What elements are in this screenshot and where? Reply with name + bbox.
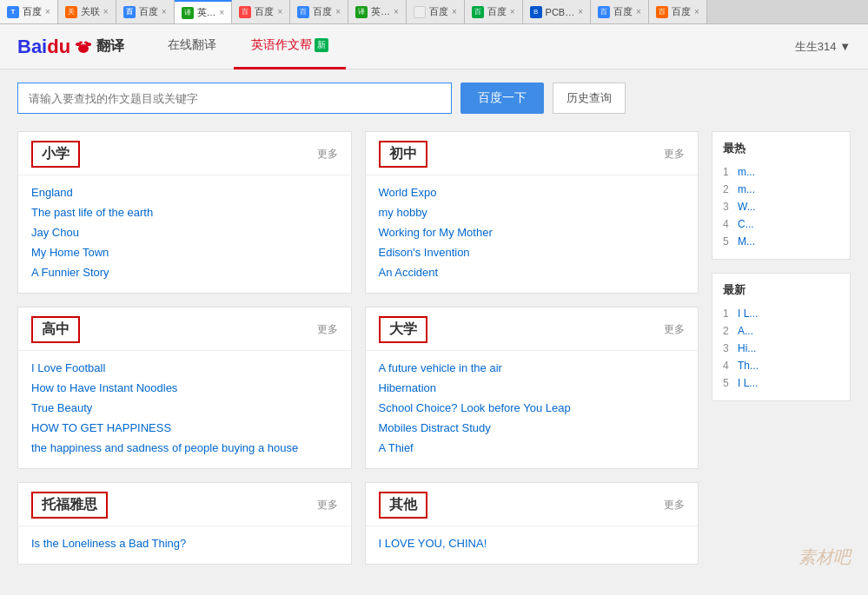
other-more[interactable]: 更多: [664, 498, 685, 512]
elementary-section: 小学 更多 England The past life of the earth…: [17, 131, 352, 307]
tab-9[interactable]: 百 百度 ×: [465, 0, 523, 23]
page-header: Baidu 翻译 在线翻译 英语作文帮 新 生生314 ▼: [0, 24, 868, 69]
tab-2[interactable]: 关 关联 ×: [58, 0, 116, 23]
tab-4[interactable]: 译 英… ×: [175, 0, 233, 23]
sidebar-new-item-1: 1 I L...: [723, 305, 839, 322]
elementary-card: 小学 更多 England The past life of the earth…: [17, 131, 352, 294]
university-header: 大学 更多: [366, 307, 699, 351]
list-item[interactable]: England: [31, 182, 338, 202]
high-header: 高中 更多: [18, 307, 351, 351]
tab-10[interactable]: B PCB… ×: [523, 0, 591, 23]
list-item[interactable]: School Choice? Look before You Leap: [379, 398, 686, 418]
list-item[interactable]: I LOVE YOU, CHINA!: [379, 533, 686, 553]
list-item[interactable]: True Beauty: [31, 398, 338, 418]
other-card: 其他 更多 I LOVE YOU, CHINA!: [365, 482, 699, 565]
list-item[interactable]: My Home Town: [31, 242, 338, 262]
other-links: I LOVE YOU, CHINA!: [366, 526, 699, 564]
search-button[interactable]: 百度一下: [461, 83, 544, 114]
list-item[interactable]: Mobiles Distract Study: [379, 418, 686, 438]
tab-11[interactable]: 百 百度 ×: [591, 0, 649, 23]
tab-7[interactable]: 译 英… ×: [348, 0, 407, 23]
middle-title: 初中: [379, 141, 427, 168]
middle-more[interactable]: 更多: [664, 147, 685, 162]
toefl-title: 托福雅思: [31, 492, 108, 519]
university-card: 大学 更多 A future vehicle in the air Hibern…: [365, 307, 699, 469]
list-item[interactable]: Edison's Invention: [379, 242, 686, 262]
sidebar-new-title: 最新: [723, 282, 839, 298]
toefl-header: 托福雅思 更多: [18, 483, 351, 526]
nav-essay[interactable]: 英语作文帮 新: [234, 24, 346, 69]
list-item[interactable]: A Thief: [379, 438, 686, 458]
middle-card: 初中 更多 World Expo my hobby Working for My…: [365, 131, 699, 294]
elementary-header: 小学 更多: [18, 132, 351, 175]
list-item[interactable]: my hobby: [379, 202, 686, 222]
high-section: 高中 更多 I Love Football How to Have Instan…: [17, 307, 352, 482]
nav-tabs: 在线翻译 英语作文帮 新: [150, 24, 346, 69]
list-item[interactable]: Hibernation: [379, 378, 686, 398]
search-input[interactable]: [17, 83, 452, 114]
toefl-section: 托福雅思 更多 Is the Loneliness a Bad Thing?: [17, 482, 352, 578]
sidebar-hot-title: 最热: [723, 141, 839, 156]
middle-links: World Expo my hobby Working for My Mothe…: [366, 175, 699, 293]
sidebar-new-box: 最新 1 I L... 2 A... 3 Hi... 4 Th...: [712, 273, 851, 401]
search-bar: 百度一下 历史查询: [17, 83, 626, 114]
sidebar-new-item-2: 2 A...: [723, 322, 839, 340]
elementary-title: 小学: [31, 141, 80, 168]
tab-6[interactable]: 百 百度 ×: [290, 0, 348, 23]
browser-tabs: T 百度 × 关 关联 × 百 百度 × 译 英… × 百 百度 × 百 百度 …: [0, 0, 868, 24]
tab-12[interactable]: 百 百度 ×: [649, 0, 707, 23]
list-item[interactable]: Is the Loneliness a Bad Thing?: [31, 533, 338, 553]
elementary-more[interactable]: 更多: [317, 147, 338, 162]
sidebar-hot-item-1: 1 m...: [723, 163, 839, 181]
sidebar-new-item-3: 3 Hi...: [723, 340, 839, 357]
high-more[interactable]: 更多: [317, 322, 338, 337]
list-item[interactable]: HOW TO GET HAPPINESS: [31, 418, 338, 438]
university-title: 大学: [379, 316, 427, 343]
toefl-links: Is the Loneliness a Bad Thing?: [18, 526, 351, 564]
main-columns: 小学 更多 England The past life of the earth…: [17, 131, 699, 578]
user-info[interactable]: 生生314 ▼: [795, 39, 851, 55]
list-item[interactable]: A future vehicle in the air: [379, 358, 686, 378]
list-item[interactable]: World Expo: [379, 182, 686, 202]
toefl-card: 托福雅思 更多 Is the Loneliness a Bad Thing?: [17, 482, 352, 565]
list-item[interactable]: Jay Chou: [31, 222, 338, 242]
list-item[interactable]: the happiness and sadness of people buyi…: [31, 438, 338, 458]
toefl-more[interactable]: 更多: [317, 498, 338, 512]
bottom-row: 高中 更多 I Love Football How to Have Instan…: [17, 307, 699, 482]
sidebar-hot-item-3: 3 W...: [723, 198, 839, 215]
list-item[interactable]: An Accident: [379, 262, 686, 282]
svg-point-4: [84, 41, 88, 43]
main-content: 百度一下 历史查询 小学 更多 England The past life of…: [0, 69, 868, 591]
nav-online[interactable]: 在线翻译: [150, 24, 234, 69]
history-button[interactable]: 历史查询: [553, 83, 626, 114]
logo-paw-icon: [74, 37, 93, 56]
svg-point-3: [79, 41, 83, 43]
logo-fanyi: 翻译: [96, 37, 124, 56]
university-more[interactable]: 更多: [664, 322, 685, 337]
sidebar-hot-item-4: 4 C...: [723, 215, 839, 233]
list-item[interactable]: The past life of the earth: [31, 202, 338, 222]
middle-header: 初中 更多: [366, 132, 699, 175]
other-header: 其他 更多: [366, 483, 699, 526]
logo: Baidu 翻译: [17, 36, 124, 58]
elementary-links: England The past life of the earth Jay C…: [18, 175, 351, 293]
sidebar-hot-item-2: 2 m...: [723, 181, 839, 198]
right-sidebar: 最热 1 m... 2 m... 3 W... 4 C...: [712, 131, 851, 578]
logo-text: Baidu: [17, 36, 70, 58]
tab-8[interactable]: 百度 ×: [407, 0, 465, 23]
sidebar-new-item-4: 4 Th...: [723, 357, 839, 374]
list-item[interactable]: Working for My Mother: [379, 222, 686, 242]
bottom-row2: 托福雅思 更多 Is the Loneliness a Bad Thing? 其…: [17, 482, 699, 578]
list-item[interactable]: I Love Football: [31, 358, 338, 378]
high-card: 高中 更多 I Love Football How to Have Instan…: [17, 307, 352, 469]
other-title: 其他: [379, 492, 427, 519]
list-item[interactable]: How to Have Instant Noodles: [31, 378, 338, 398]
sidebar-new-item-5: 5 I L...: [723, 374, 839, 392]
sidebar-hot-item-5: 5 M...: [723, 233, 839, 250]
tab-1[interactable]: T 百度 ×: [0, 0, 58, 23]
other-section: 其他 更多 I LOVE YOU, CHINA!: [365, 482, 699, 578]
sidebar-hot-box: 最热 1 m... 2 m... 3 W... 4 C...: [712, 131, 851, 260]
tab-3[interactable]: 百 百度 ×: [116, 0, 175, 23]
tab-5[interactable]: 百 百度 ×: [232, 0, 290, 23]
list-item[interactable]: A Funnier Story: [31, 262, 338, 282]
